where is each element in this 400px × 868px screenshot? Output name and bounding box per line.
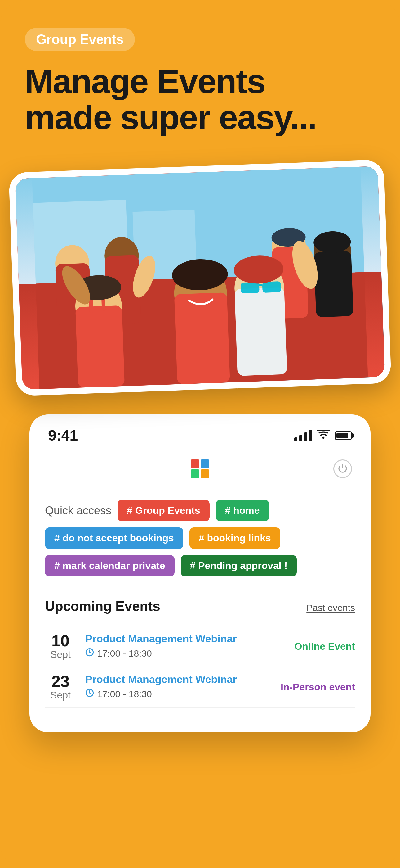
upcoming-title: Upcoming Events <box>45 598 160 614</box>
event-item-2: 23 Sept Product Management Webinar <box>45 667 355 708</box>
signal-icon <box>294 430 312 441</box>
header-section: Group Events Manage Events made super ea… <box>0 0 400 166</box>
wifi-icon <box>317 429 330 442</box>
app-logo <box>188 456 212 481</box>
phone-mockup: 9:41 <box>29 414 371 732</box>
event-month-2: Sept <box>45 689 76 701</box>
hero-image <box>15 166 385 390</box>
hero-image-container <box>9 160 391 396</box>
svg-rect-24 <box>241 282 260 293</box>
app-badge: Group Events <box>25 28 135 51</box>
event-time-2: 17:00 - 18:30 <box>85 688 271 700</box>
quick-access-row-2: # do not accept bookings # booking links <box>45 527 355 549</box>
event-date-1: 10 Sept <box>45 633 76 660</box>
past-events-link[interactable]: Past events <box>306 602 355 613</box>
event-name-2[interactable]: Product Management Webinar <box>85 673 271 685</box>
event-time-1: 17:00 - 18:30 <box>85 648 285 659</box>
tag-group-events[interactable]: # Group Events <box>118 500 210 521</box>
status-icons <box>294 429 352 442</box>
event-details-1: Product Management Webinar 17:00 - 18:30 <box>85 633 285 659</box>
svg-rect-23 <box>234 287 287 376</box>
event-type-1: Online Event <box>294 641 355 652</box>
clock-icon-2 <box>85 688 94 700</box>
people-illustration <box>15 166 385 390</box>
tag-booking-links[interactable]: # booking links <box>190 527 280 549</box>
svg-rect-20 <box>174 292 230 384</box>
event-time-text-1: 17:00 - 18:30 <box>97 648 152 659</box>
event-item-1: 10 Sept Product Management Webinar <box>45 626 355 667</box>
quick-access-row-1: Quick access # Group Events # home <box>45 500 355 521</box>
event-time-text-2: 17:00 - 18:30 <box>97 689 152 700</box>
status-bar: 9:41 <box>29 414 371 450</box>
tag-pending-approval[interactable]: # Pending approval ! <box>181 555 297 577</box>
upcoming-header: Upcoming Events Past events <box>45 598 355 614</box>
battery-icon <box>335 431 352 440</box>
event-day-2: 23 <box>45 673 76 689</box>
power-button[interactable] <box>333 460 352 478</box>
svg-rect-15 <box>75 306 125 388</box>
status-time: 9:41 <box>48 427 78 444</box>
upcoming-events-section: Upcoming Events Past events 10 Sept Prod… <box>29 592 371 714</box>
app-container: Group Events Manage Events made super ea… <box>0 0 400 868</box>
event-type-2: In-Person event <box>280 681 355 693</box>
quick-access-row-3: # mark calendar private # Pending approv… <box>45 555 355 577</box>
tag-mark-private[interactable]: # mark calendar private <box>45 555 174 577</box>
quick-access-section: Quick access # Group Events # home # do … <box>29 491 371 592</box>
event-day-1: 10 <box>45 633 76 649</box>
event-month-1: Sept <box>45 649 76 660</box>
clock-icon-1 <box>85 648 94 659</box>
tag-do-not-accept[interactable]: # do not accept bookings <box>45 527 183 549</box>
event-details-2: Product Management Webinar 17:00 - 18:30 <box>85 673 271 700</box>
event-date-2: 23 Sept <box>45 673 76 701</box>
headline: Manage Events made super easy... <box>25 63 375 135</box>
phone-section: 9:41 <box>0 414 400 732</box>
app-header <box>29 450 371 491</box>
event-name-1[interactable]: Product Management Webinar <box>85 633 285 645</box>
svg-rect-12 <box>314 251 353 317</box>
quick-access-label: Quick access <box>45 504 111 517</box>
svg-point-31 <box>323 436 325 439</box>
tag-home[interactable]: # home <box>216 500 269 521</box>
svg-rect-25 <box>262 281 281 293</box>
